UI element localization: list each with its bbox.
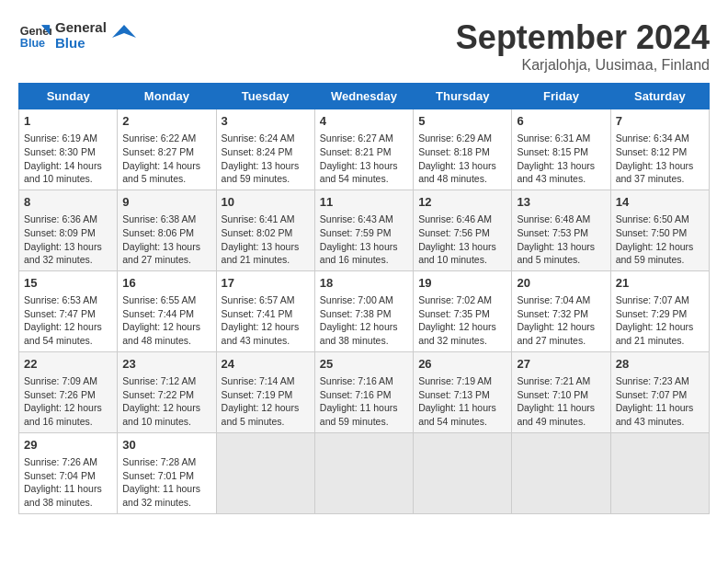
day-number: 30 — [122, 437, 210, 454]
week-row-1: 1Sunrise: 6:19 AMSunset: 8:30 PMDaylight… — [19, 109, 710, 190]
day-cell-13: 13Sunrise: 6:48 AMSunset: 7:53 PMDayligh… — [512, 190, 610, 270]
empty-cell — [414, 432, 512, 513]
day-number: 11 — [320, 194, 408, 211]
day-cell-17: 17Sunrise: 6:57 AMSunset: 7:41 PMDayligh… — [216, 270, 314, 351]
day-number: 12 — [418, 194, 506, 211]
empty-cell — [216, 432, 314, 513]
day-info: Sunrise: 6:43 AMSunset: 7:59 PMDaylight:… — [320, 213, 408, 267]
day-cell-26: 26Sunrise: 7:19 AMSunset: 7:13 PMDayligh… — [414, 351, 512, 432]
title-area: September 2024 Karjalohja, Uusimaa, Finl… — [456, 18, 710, 74]
day-cell-19: 19Sunrise: 7:02 AMSunset: 7:35 PMDayligh… — [414, 270, 512, 351]
logo-icon: General Blue — [18, 18, 51, 52]
day-number: 6 — [517, 113, 605, 130]
day-info: Sunrise: 6:19 AMSunset: 8:30 PMDaylight:… — [24, 132, 112, 186]
day-number: 19 — [418, 275, 506, 292]
week-row-4: 22Sunrise: 7:09 AMSunset: 7:26 PMDayligh… — [19, 351, 710, 432]
day-cell-21: 21Sunrise: 7:07 AMSunset: 7:29 PMDayligh… — [610, 270, 709, 351]
day-info: Sunrise: 6:55 AMSunset: 7:44 PMDaylight:… — [122, 293, 210, 348]
day-info: Sunrise: 7:09 AMSunset: 7:26 PMDaylight:… — [24, 374, 112, 429]
day-cell-27: 27Sunrise: 7:21 AMSunset: 7:10 PMDayligh… — [512, 351, 610, 432]
page-header: General Blue General Blue September 2024… — [18, 18, 710, 74]
day-cell-16: 16Sunrise: 6:55 AMSunset: 7:44 PMDayligh… — [118, 270, 216, 351]
day-info: Sunrise: 7:26 AMSunset: 7:04 PMDaylight:… — [24, 455, 112, 510]
weekday-header-wednesday: Wednesday — [314, 84, 413, 109]
day-number: 16 — [122, 275, 210, 292]
day-info: Sunrise: 6:36 AMSunset: 8:09 PMDaylight:… — [24, 213, 112, 267]
logo-bird-icon — [110, 21, 138, 49]
day-number: 8 — [24, 194, 112, 211]
day-info: Sunrise: 6:53 AMSunset: 7:47 PMDaylight:… — [24, 293, 112, 348]
day-cell-15: 15Sunrise: 6:53 AMSunset: 7:47 PMDayligh… — [19, 270, 118, 351]
day-cell-11: 11Sunrise: 6:43 AMSunset: 7:59 PMDayligh… — [314, 190, 413, 270]
day-info: Sunrise: 6:29 AMSunset: 8:18 PMDaylight:… — [418, 132, 506, 186]
day-info: Sunrise: 6:38 AMSunset: 8:06 PMDaylight:… — [122, 213, 210, 267]
week-row-2: 8Sunrise: 6:36 AMSunset: 8:09 PMDaylight… — [19, 190, 710, 270]
day-cell-28: 28Sunrise: 7:23 AMSunset: 7:07 PMDayligh… — [610, 351, 709, 432]
day-number: 18 — [320, 275, 408, 292]
day-info: Sunrise: 6:34 AMSunset: 8:12 PMDaylight:… — [616, 132, 704, 186]
day-cell-23: 23Sunrise: 7:12 AMSunset: 7:22 PMDayligh… — [118, 351, 216, 432]
day-cell-30: 30Sunrise: 7:28 AMSunset: 7:01 PMDayligh… — [118, 432, 216, 513]
weekday-header-tuesday: Tuesday — [216, 84, 314, 109]
day-info: Sunrise: 7:07 AMSunset: 7:29 PMDaylight:… — [616, 293, 704, 348]
day-cell-5: 5Sunrise: 6:29 AMSunset: 8:18 PMDaylight… — [414, 109, 512, 190]
location: Karjalohja, Uusimaa, Finland — [456, 57, 710, 74]
weekday-header-row: SundayMondayTuesdayWednesdayThursdayFrid… — [19, 84, 710, 109]
day-cell-6: 6Sunrise: 6:31 AMSunset: 8:15 PMDaylight… — [512, 109, 610, 190]
logo: General Blue General Blue — [18, 18, 138, 52]
day-number: 3 — [222, 113, 310, 130]
day-cell-14: 14Sunrise: 6:50 AMSunset: 7:50 PMDayligh… — [610, 190, 709, 270]
day-info: Sunrise: 6:31 AMSunset: 8:15 PMDaylight:… — [517, 132, 605, 186]
day-number: 15 — [24, 275, 112, 292]
day-info: Sunrise: 7:00 AMSunset: 7:38 PMDaylight:… — [320, 293, 408, 348]
day-number: 10 — [222, 194, 310, 211]
day-info: Sunrise: 7:02 AMSunset: 7:35 PMDaylight:… — [418, 293, 506, 348]
day-info: Sunrise: 7:23 AMSunset: 7:07 PMDaylight:… — [616, 374, 704, 429]
logo-general: General — [55, 19, 107, 35]
day-number: 14 — [616, 194, 704, 211]
week-row-5: 29Sunrise: 7:26 AMSunset: 7:04 PMDayligh… — [19, 432, 710, 513]
day-cell-18: 18Sunrise: 7:00 AMSunset: 7:38 PMDayligh… — [314, 270, 413, 351]
day-info: Sunrise: 7:19 AMSunset: 7:13 PMDaylight:… — [418, 374, 506, 429]
day-cell-10: 10Sunrise: 6:41 AMSunset: 8:02 PMDayligh… — [216, 190, 314, 270]
day-info: Sunrise: 6:24 AMSunset: 8:24 PMDaylight:… — [222, 132, 310, 186]
day-cell-2: 2Sunrise: 6:22 AMSunset: 8:27 PMDaylight… — [118, 109, 216, 190]
empty-cell — [610, 432, 709, 513]
day-number: 28 — [616, 356, 704, 373]
day-cell-7: 7Sunrise: 6:34 AMSunset: 8:12 PMDaylight… — [610, 109, 709, 190]
day-number: 29 — [24, 437, 112, 454]
day-number: 1 — [24, 113, 112, 130]
day-info: Sunrise: 6:48 AMSunset: 7:53 PMDaylight:… — [517, 213, 605, 267]
day-cell-4: 4Sunrise: 6:27 AMSunset: 8:21 PMDaylight… — [314, 109, 413, 190]
day-info: Sunrise: 7:28 AMSunset: 7:01 PMDaylight:… — [122, 455, 210, 510]
day-info: Sunrise: 6:27 AMSunset: 8:21 PMDaylight:… — [320, 132, 408, 186]
day-cell-22: 22Sunrise: 7:09 AMSunset: 7:26 PMDayligh… — [19, 351, 118, 432]
calendar-table: SundayMondayTuesdayWednesdayThursdayFrid… — [18, 83, 710, 514]
weekday-header-saturday: Saturday — [610, 84, 709, 109]
day-number: 4 — [320, 113, 408, 130]
day-info: Sunrise: 6:50 AMSunset: 7:50 PMDaylight:… — [616, 213, 704, 267]
day-cell-24: 24Sunrise: 7:14 AMSunset: 7:19 PMDayligh… — [216, 351, 314, 432]
day-number: 23 — [122, 356, 210, 373]
day-number: 20 — [517, 275, 605, 292]
logo-blue: Blue — [55, 35, 107, 51]
day-info: Sunrise: 7:21 AMSunset: 7:10 PMDaylight:… — [517, 374, 605, 429]
empty-cell — [512, 432, 610, 513]
day-cell-20: 20Sunrise: 7:04 AMSunset: 7:32 PMDayligh… — [512, 270, 610, 351]
empty-cell — [314, 432, 413, 513]
weekday-header-thursday: Thursday — [414, 84, 512, 109]
day-number: 22 — [24, 356, 112, 373]
day-info: Sunrise: 6:46 AMSunset: 7:56 PMDaylight:… — [418, 213, 506, 267]
day-number: 2 — [122, 113, 210, 130]
day-number: 24 — [222, 356, 310, 373]
day-number: 25 — [320, 356, 408, 373]
day-number: 13 — [517, 194, 605, 211]
svg-marker-4 — [112, 25, 136, 38]
weekday-header-monday: Monday — [118, 84, 216, 109]
day-number: 7 — [616, 113, 704, 130]
weekday-header-sunday: Sunday — [19, 84, 118, 109]
day-cell-8: 8Sunrise: 6:36 AMSunset: 8:09 PMDaylight… — [19, 190, 118, 270]
day-info: Sunrise: 6:57 AMSunset: 7:41 PMDaylight:… — [222, 293, 310, 348]
svg-text:Blue: Blue — [20, 37, 45, 50]
day-cell-9: 9Sunrise: 6:38 AMSunset: 8:06 PMDaylight… — [118, 190, 216, 270]
